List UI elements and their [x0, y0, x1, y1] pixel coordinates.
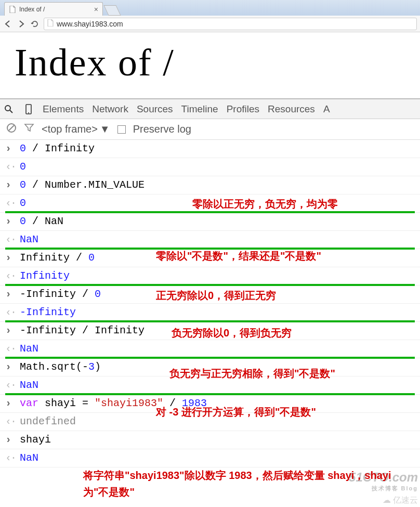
separator-line	[5, 320, 415, 322]
console-row: Infinity	[0, 267, 420, 285]
input-arrow-icon	[5, 324, 14, 337]
console-row: Math.sqrt(-3)	[0, 358, 420, 376]
code-text: Math.sqrt(-3)	[20, 360, 101, 374]
console-row: Infinity / 0	[0, 249, 420, 267]
tab-sources[interactable]: Sources	[137, 103, 173, 115]
code-text: shayi	[20, 433, 51, 447]
console-row: -Infinity	[0, 304, 420, 322]
separator-line	[5, 284, 415, 286]
annotation: 将字符串"shayi1983"除以数字 1983，然后赋给变量 shayi，sh…	[83, 467, 405, 500]
output-arrow-icon	[5, 415, 14, 428]
output-arrow-icon	[5, 379, 14, 392]
clear-icon[interactable]	[6, 123, 17, 136]
devtools-tabs: Elements Network Sources Timeline Profil…	[0, 99, 420, 119]
console-output[interactable]: 0 / Infinity00 / Number.MIN_VALUE00 / Na…	[0, 140, 420, 467]
output-arrow-icon	[5, 451, 14, 465]
console-row: -Infinity / Infinity	[0, 322, 420, 340]
console-row: 0 / Infinity	[0, 140, 420, 158]
browser-tab[interactable]: Index of / ×	[4, 2, 103, 16]
page-heading: Index of /	[0, 32, 420, 98]
code-text: NaN	[20, 451, 38, 465]
separator-line	[5, 211, 415, 213]
url-text: www.shayi1983.com	[57, 20, 413, 28]
input-arrow-icon	[5, 433, 14, 447]
code-text: undefined	[20, 415, 76, 428]
watermark-51cto: 51CTO.com 技术博客 Blog	[349, 470, 418, 492]
separator-line	[5, 357, 415, 359]
console-row: 0 / Number.MIN_VALUE	[0, 176, 420, 194]
code-text: NaN	[20, 233, 38, 246]
file-icon	[9, 6, 16, 13]
tab-network[interactable]: Network	[92, 103, 128, 115]
device-icon[interactable]	[23, 103, 34, 115]
watermark-yisu: ☁亿速云	[383, 495, 418, 506]
tab-strip: Index of / ×	[0, 0, 420, 16]
console-toolbar: <top frame> ▼ Preserve log	[0, 119, 420, 140]
back-button[interactable]	[3, 19, 12, 29]
separator-line	[5, 393, 415, 395]
console-row: -Infinity / 0	[0, 285, 420, 304]
forward-button[interactable]	[17, 19, 26, 29]
input-arrow-icon	[5, 288, 14, 301]
console-row: undefined	[0, 413, 420, 431]
console-row: NaN	[0, 376, 420, 395]
tab-title: Index of /	[19, 6, 91, 13]
code-text: 0	[20, 160, 26, 174]
code-text: 0 / Infinity	[20, 142, 95, 155]
search-icon[interactable]	[3, 103, 15, 115]
console-row: 0	[0, 194, 420, 213]
output-arrow-icon	[5, 306, 14, 319]
input-arrow-icon	[5, 215, 14, 228]
tab-audits[interactable]: A	[323, 103, 330, 115]
address-bar[interactable]: www.shayi1983.com	[44, 18, 417, 30]
console-row: var shayi = "shayi1983" / 1983	[0, 395, 420, 413]
code-text: NaN	[20, 342, 38, 356]
cloud-icon: ☁	[383, 495, 391, 505]
new-tab-button[interactable]	[103, 5, 121, 16]
reload-button[interactable]	[30, 19, 40, 29]
console-row: NaN	[0, 449, 420, 467]
code-text: 0 / NaN	[20, 215, 63, 228]
code-text: var shayi = "shayi1983" / 1983	[20, 397, 207, 410]
devtools: Elements Network Sources Timeline Profil…	[0, 98, 420, 467]
tab-elements[interactable]: Elements	[43, 103, 84, 115]
console-row: shayi	[0, 431, 420, 449]
console-row: 0	[0, 158, 420, 176]
output-arrow-icon	[5, 233, 14, 246]
separator-line	[5, 248, 415, 250]
svg-point-2	[28, 112, 29, 113]
output-arrow-icon	[5, 269, 14, 283]
output-arrow-icon	[5, 160, 14, 174]
svg-point-0	[5, 106, 10, 111]
frame-selector[interactable]: <top frame> ▼	[42, 123, 110, 135]
output-arrow-icon	[5, 197, 14, 210]
page-icon	[47, 19, 54, 28]
close-icon[interactable]: ×	[94, 5, 98, 14]
filter-icon[interactable]	[24, 123, 34, 136]
input-arrow-icon	[5, 178, 14, 192]
input-arrow-icon	[5, 360, 14, 374]
console-row: NaN	[0, 231, 420, 249]
tab-profiles[interactable]: Profiles	[227, 103, 259, 115]
code-text: Infinity / 0	[20, 251, 95, 265]
code-text: -Infinity / 0	[20, 288, 101, 301]
code-text: -Infinity / Infinity	[20, 324, 145, 337]
console-row: 0 / NaN	[0, 213, 420, 231]
input-arrow-icon	[5, 251, 14, 265]
code-text: 0 / Number.MIN_VALUE	[20, 178, 145, 192]
tab-resources[interactable]: Resources	[268, 103, 315, 115]
output-arrow-icon	[5, 342, 14, 356]
input-arrow-icon	[5, 397, 14, 410]
tab-timeline[interactable]: Timeline	[181, 103, 218, 115]
nav-bar: www.shayi1983.com	[0, 16, 420, 32]
console-row: NaN	[0, 340, 420, 358]
preserve-log-label: Preserve log	[133, 123, 191, 135]
code-text: NaN	[20, 379, 38, 392]
code-text: Infinity	[20, 269, 70, 283]
preserve-log-checkbox[interactable]	[117, 125, 126, 134]
code-text: 0	[20, 197, 26, 210]
chevron-down-icon: ▼	[100, 123, 110, 135]
input-arrow-icon	[5, 142, 14, 155]
code-text: -Infinity	[20, 306, 76, 319]
